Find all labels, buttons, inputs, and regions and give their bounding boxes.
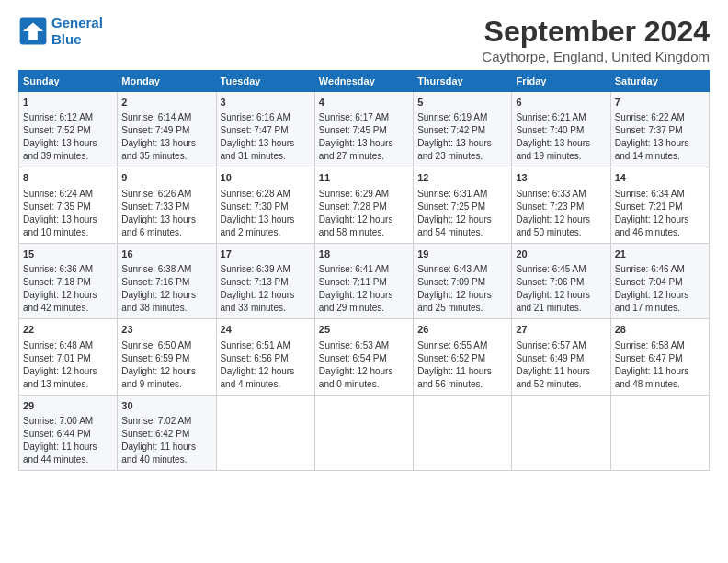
day-detail: Sunset: 7:52 PM bbox=[23, 124, 113, 137]
day-detail: and 40 minutes. bbox=[121, 454, 211, 466]
day-detail: Sunrise: 6:19 AM bbox=[417, 111, 507, 124]
calendar-cell: 22Sunrise: 6:48 AMSunset: 7:01 PMDayligh… bbox=[19, 319, 118, 395]
logo-blue: Blue bbox=[51, 31, 82, 47]
weekday-header-tuesday: Tuesday bbox=[216, 71, 314, 92]
day-detail: and 52 minutes. bbox=[516, 378, 606, 391]
day-detail: Sunset: 7:30 PM bbox=[221, 201, 311, 213]
day-detail: and 50 minutes. bbox=[516, 226, 606, 239]
calendar-cell: 25Sunrise: 6:53 AMSunset: 6:54 PMDayligh… bbox=[314, 319, 413, 395]
calendar-cell: 8Sunrise: 6:24 AMSunset: 7:35 PMDaylight… bbox=[19, 167, 118, 243]
calendar-cell: 15Sunrise: 6:36 AMSunset: 7:18 PMDayligh… bbox=[19, 243, 118, 318]
day-detail: Sunset: 7:45 PM bbox=[319, 124, 409, 137]
day-number: 22 bbox=[23, 323, 113, 337]
calendar-week-row: 15Sunrise: 6:36 AMSunset: 7:18 PMDayligh… bbox=[19, 243, 710, 318]
day-number: 7 bbox=[615, 96, 705, 109]
calendar-cell: 20Sunrise: 6:45 AMSunset: 7:06 PMDayligh… bbox=[512, 243, 610, 318]
day-number: 15 bbox=[23, 247, 113, 261]
day-detail: and 35 minutes. bbox=[121, 150, 211, 163]
day-detail: Sunrise: 6:57 AM bbox=[516, 339, 606, 352]
day-detail: and 38 minutes. bbox=[121, 302, 211, 315]
day-detail: Sunrise: 7:02 AM bbox=[121, 415, 211, 428]
day-detail: Daylight: 12 hours bbox=[121, 289, 211, 302]
day-detail: and 42 minutes. bbox=[23, 302, 113, 315]
day-detail: Daylight: 13 hours bbox=[417, 137, 507, 150]
day-detail: Daylight: 13 hours bbox=[23, 213, 113, 226]
day-detail: Sunrise: 6:34 AM bbox=[615, 188, 705, 201]
calendar-week-row: 29Sunrise: 7:00 AMSunset: 6:44 PMDayligh… bbox=[19, 395, 710, 470]
day-detail: Daylight: 12 hours bbox=[417, 289, 507, 302]
day-detail: Sunrise: 6:38 AM bbox=[121, 263, 211, 276]
day-detail: and 46 minutes. bbox=[615, 226, 705, 239]
day-detail: Daylight: 12 hours bbox=[615, 289, 705, 302]
logo-icon bbox=[18, 17, 48, 46]
main-container: General Blue September 2024 Caythorpe, E… bbox=[0, 0, 728, 480]
day-detail: Sunrise: 6:39 AM bbox=[221, 263, 311, 276]
title-block: September 2024 Caythorpe, England, Unite… bbox=[482, 15, 710, 64]
logo-text: General Blue bbox=[51, 15, 103, 48]
day-detail: and 14 minutes. bbox=[615, 150, 705, 163]
day-detail: Sunset: 7:16 PM bbox=[121, 276, 211, 289]
day-detail: and 25 minutes. bbox=[417, 302, 507, 315]
day-detail: and 9 minutes. bbox=[121, 378, 211, 391]
day-number: 5 bbox=[417, 96, 507, 109]
day-detail: Sunrise: 6:55 AM bbox=[417, 339, 507, 352]
day-number: 18 bbox=[319, 247, 409, 261]
weekday-header-friday: Friday bbox=[512, 71, 610, 92]
day-detail: Sunset: 7:09 PM bbox=[417, 276, 507, 289]
calendar-cell: 23Sunrise: 6:50 AMSunset: 6:59 PMDayligh… bbox=[118, 319, 216, 395]
day-detail: Sunrise: 6:21 AM bbox=[516, 111, 606, 124]
calendar-cell bbox=[314, 395, 413, 470]
day-number: 25 bbox=[319, 323, 409, 337]
day-detail: Sunset: 7:37 PM bbox=[615, 124, 705, 137]
calendar-cell: 6Sunrise: 6:21 AMSunset: 7:40 PMDaylight… bbox=[512, 92, 610, 167]
calendar-table: SundayMondayTuesdayWednesdayThursdayFrid… bbox=[18, 70, 710, 471]
day-detail: Daylight: 11 hours bbox=[417, 365, 507, 378]
calendar-cell: 19Sunrise: 6:43 AMSunset: 7:09 PMDayligh… bbox=[414, 243, 512, 318]
calendar-title: September 2024 bbox=[482, 15, 710, 49]
day-detail: Sunrise: 6:48 AM bbox=[23, 339, 113, 352]
day-detail: Sunset: 7:21 PM bbox=[615, 201, 705, 213]
day-detail: Daylight: 12 hours bbox=[23, 365, 113, 378]
day-detail: Sunset: 7:11 PM bbox=[319, 276, 409, 289]
day-detail: and 6 minutes. bbox=[121, 226, 211, 239]
day-detail: Sunrise: 6:58 AM bbox=[615, 339, 705, 352]
day-detail: Sunrise: 6:36 AM bbox=[23, 263, 113, 276]
day-number: 16 bbox=[121, 247, 211, 261]
day-detail: Sunrise: 6:53 AM bbox=[319, 339, 409, 352]
calendar-cell: 24Sunrise: 6:51 AMSunset: 6:56 PMDayligh… bbox=[216, 319, 314, 395]
day-detail: and 44 minutes. bbox=[23, 454, 113, 466]
day-detail: Sunset: 7:35 PM bbox=[23, 201, 113, 213]
day-detail: Sunrise: 6:29 AM bbox=[319, 188, 409, 201]
day-detail: Daylight: 12 hours bbox=[221, 289, 311, 302]
calendar-cell bbox=[414, 395, 512, 470]
day-detail: Sunset: 6:47 PM bbox=[615, 352, 705, 365]
day-detail: Sunset: 7:49 PM bbox=[121, 124, 211, 137]
day-detail: and 10 minutes. bbox=[23, 226, 113, 239]
day-detail: Daylight: 13 hours bbox=[319, 137, 409, 150]
day-detail: and 48 minutes. bbox=[615, 378, 705, 391]
day-number: 12 bbox=[417, 171, 507, 185]
day-number: 26 bbox=[417, 323, 507, 337]
day-detail: Sunset: 7:40 PM bbox=[516, 124, 606, 137]
day-number: 2 bbox=[121, 96, 211, 109]
day-detail: Sunrise: 6:46 AM bbox=[615, 263, 705, 276]
day-detail: Sunrise: 6:16 AM bbox=[221, 111, 311, 124]
calendar-cell: 5Sunrise: 6:19 AMSunset: 7:42 PMDaylight… bbox=[414, 92, 512, 167]
day-detail: Sunrise: 6:45 AM bbox=[516, 263, 606, 276]
day-detail: and 58 minutes. bbox=[319, 226, 409, 239]
day-number: 27 bbox=[516, 323, 606, 337]
day-number: 21 bbox=[615, 247, 705, 261]
day-number: 14 bbox=[615, 171, 705, 185]
calendar-cell bbox=[512, 395, 610, 470]
day-detail: Sunset: 7:13 PM bbox=[221, 276, 311, 289]
calendar-week-row: 22Sunrise: 6:48 AMSunset: 7:01 PMDayligh… bbox=[19, 319, 710, 395]
day-detail: and 29 minutes. bbox=[319, 302, 409, 315]
day-detail: Daylight: 11 hours bbox=[516, 365, 606, 378]
day-detail: and 2 minutes. bbox=[221, 226, 311, 239]
day-detail: Daylight: 12 hours bbox=[319, 213, 409, 226]
calendar-cell: 10Sunrise: 6:28 AMSunset: 7:30 PMDayligh… bbox=[216, 167, 314, 243]
weekday-header-monday: Monday bbox=[118, 71, 216, 92]
day-detail: Sunset: 6:49 PM bbox=[516, 352, 606, 365]
day-detail: Sunrise: 6:33 AM bbox=[516, 188, 606, 201]
day-detail: and 23 minutes. bbox=[417, 150, 507, 163]
